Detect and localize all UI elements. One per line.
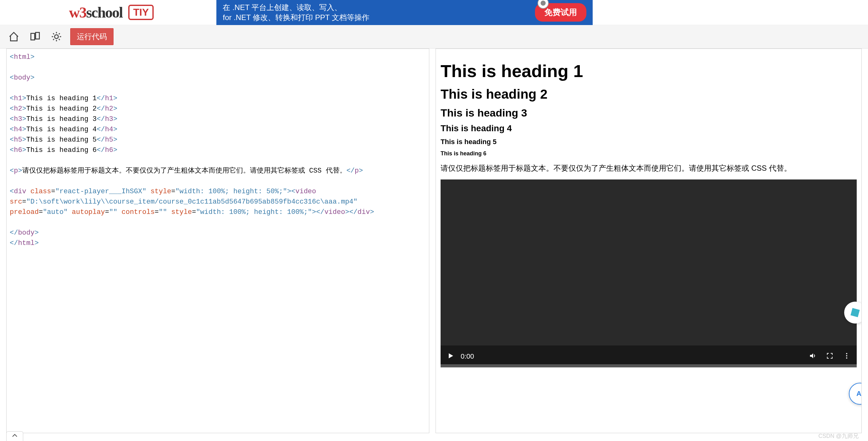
theme-icon[interactable] — [49, 29, 64, 44]
preview-pane: This is heading 1 This is heading 2 This… — [436, 48, 862, 433]
ai-label: Ai — [857, 389, 862, 398]
video-player[interactable]: 0:00 — [441, 179, 857, 367]
preview-h4: This is heading 4 — [441, 124, 857, 133]
svg-line-9 — [59, 39, 60, 40]
svg-line-10 — [53, 39, 54, 40]
code-editor[interactable]: <html> <body> <h1>This is heading 1</h1>… — [6, 48, 429, 433]
svg-rect-1 — [31, 34, 35, 40]
svg-line-8 — [53, 33, 54, 34]
watermark: CSDN @九师兄 — [818, 432, 859, 433]
preview-h2: This is heading 2 — [441, 87, 857, 102]
preview-paragraph: 请仅仅把标题标签用于标题文本。不要仅仅为了产生粗体文本而使用它们。请使用其它标签… — [441, 163, 857, 173]
logo-prefix: w3 — [69, 4, 86, 21]
svg-line-11 — [59, 33, 60, 34]
svg-point-0 — [540, 1, 546, 6]
svg-point-16 — [846, 355, 847, 357]
toolbar: 运行代码 — [0, 25, 868, 48]
fullscreen-icon[interactable] — [826, 352, 834, 361]
logo[interactable]: w3school TIY — [69, 4, 154, 21]
svg-marker-13 — [449, 353, 453, 358]
more-icon[interactable] — [843, 352, 850, 361]
home-icon[interactable] — [6, 29, 21, 44]
ad-banner[interactable]: 在 .NET 平台上创建、读取、写入、 for .NET 修改、转换和打印 PP… — [216, 0, 593, 25]
svg-marker-14 — [810, 353, 813, 358]
video-time: 0:00 — [461, 352, 803, 361]
ad-text: 在 .NET 平台上创建、读取、写入、 for .NET 修改、转换和打印 PP… — [223, 2, 535, 23]
svg-rect-12 — [850, 308, 860, 317]
preview-h5: This is heading 5 — [441, 138, 857, 146]
svg-point-17 — [846, 358, 847, 359]
logo-suffix: school — [86, 4, 123, 21]
ad-line1: 在 .NET 平台上创建、读取、写入、 — [223, 2, 535, 12]
ad-line2: for .NET 修改、转换和打印 PPT 文档等操作 — [223, 12, 535, 23]
tiy-badge: TIY — [128, 5, 154, 20]
main-content: <html> <body> <h1>This is heading 1</h1>… — [0, 48, 868, 433]
svg-point-3 — [55, 35, 58, 38]
ai-badge[interactable]: Ai — [849, 383, 862, 405]
run-code-button[interactable]: 运行代码 — [70, 28, 114, 45]
volume-icon[interactable] — [809, 352, 816, 361]
play-icon[interactable] — [447, 352, 454, 361]
page-header: w3school TIY 在 .NET 平台上创建、读取、写入、 for .NE… — [0, 0, 868, 25]
video-progress-bar[interactable] — [441, 364, 857, 367]
svg-point-15 — [846, 353, 847, 354]
preview-h6: This is heading 6 — [441, 150, 857, 157]
assist-badge-icon[interactable] — [844, 302, 862, 324]
preview-h3: This is heading 3 — [441, 107, 857, 119]
preview-h1: This is heading 1 — [441, 61, 857, 81]
collapse-toggle[interactable] — [6, 431, 23, 433]
layout-icon[interactable] — [28, 29, 43, 44]
svg-rect-2 — [36, 33, 39, 39]
